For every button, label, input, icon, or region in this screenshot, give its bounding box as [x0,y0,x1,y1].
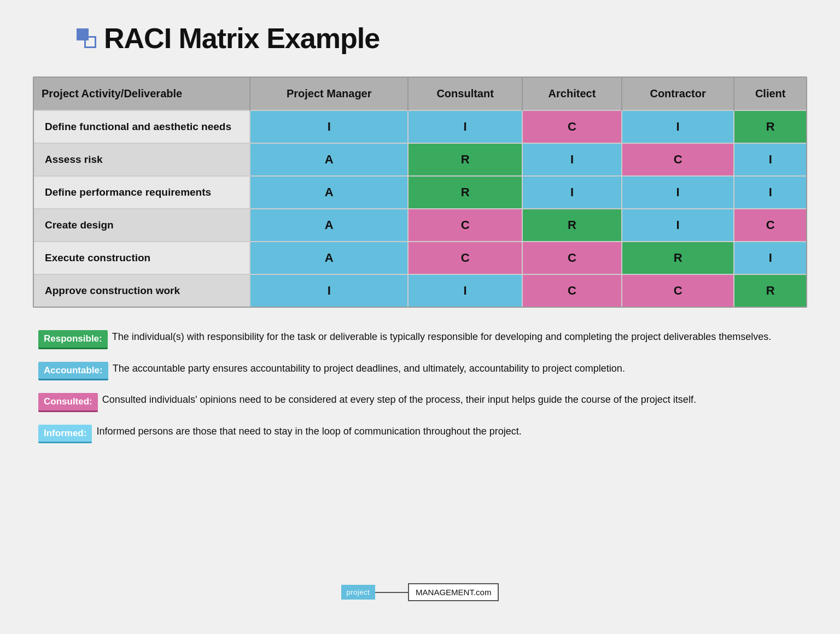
col-header-client: Client [734,78,806,110]
table-row: Define performance requirementsARIII [34,176,806,209]
raci-cell: I [734,143,806,176]
raci-table-container: Project Activity/Deliverable Project Man… [33,77,807,308]
col-header-activity: Project Activity/Deliverable [34,78,250,110]
footer: project MANAGEMENT.com [341,583,499,601]
raci-cell: A [250,242,408,274]
raci-cell: I [622,110,734,143]
footer-part1: project [341,585,376,600]
title-icon [77,28,96,48]
table-header-row: Project Activity/Deliverable Project Man… [34,78,806,110]
raci-cell: A [250,176,408,209]
legend-item: Informed:Informed persons are those that… [38,424,802,444]
raci-cell: R [522,209,622,242]
legend-badge: Consulted: [38,393,98,412]
raci-cell: I [734,242,806,274]
legend-badge: Accountable: [38,362,108,381]
table-row: Execute constructionACCRI [34,242,806,274]
table-row: Approve construction workIICCR [34,274,806,307]
footer-management: MANAGEMENT.com [416,588,491,597]
col-header-architect: Architect [522,78,622,110]
legend-text: Informed persons are those that need to … [96,424,802,439]
raci-cell: A [250,209,408,242]
legend-text: Consulted individuals' opinions need to … [102,392,802,407]
legend-badge: Informed: [38,425,92,444]
raci-cell: C [622,274,734,307]
activity-cell: Create design [34,209,250,242]
col-header-consultant: Consultant [408,78,522,110]
legend-section: Responsible:The individual(s) with respo… [33,330,807,443]
raci-cell: C [408,242,522,274]
raci-cell: I [250,274,408,307]
raci-cell: I [408,274,522,307]
raci-cell: I [622,176,734,209]
raci-cell: C [522,274,622,307]
table-row: Define functional and aesthetic needsIIC… [34,110,806,143]
raci-cell: R [734,274,806,307]
raci-cell: A [250,143,408,176]
raci-cell: R [734,110,806,143]
activity-cell: Define functional and aesthetic needs [34,110,250,143]
col-header-pm: Project Manager [250,78,408,110]
raci-cell: C [622,143,734,176]
col-header-contractor: Contractor [622,78,734,110]
raci-cell: I [250,110,408,143]
page-title: RACI Matrix Example [104,22,380,55]
legend-text: The individual(s) with responsibility fo… [112,330,802,344]
raci-cell: I [622,209,734,242]
page-title-wrapper: RACI Matrix Example [33,22,380,55]
activity-cell: Execute construction [34,242,250,274]
activity-cell: Assess risk [34,143,250,176]
legend-item: Accountable:The accountable party ensure… [38,361,802,381]
raci-cell: C [408,209,522,242]
raci-table: Project Activity/Deliverable Project Man… [34,78,806,307]
raci-cell: R [622,242,734,274]
raci-cell: C [522,110,622,143]
legend-item: Responsible:The individual(s) with respo… [38,330,802,349]
activity-cell: Define performance requirements [34,176,250,209]
raci-cell: I [522,176,622,209]
legend-text: The accountable party ensures accountabi… [113,361,802,376]
raci-cell: C [522,242,622,274]
raci-cell: I [734,176,806,209]
legend-badge: Responsible: [38,330,108,349]
raci-cell: I [408,110,522,143]
raci-cell: I [522,143,622,176]
footer-part2: MANAGEMENT.com [408,583,499,601]
legend-item: Consulted:Consulted individuals' opinion… [38,392,802,412]
table-row: Create designACRIC [34,209,806,242]
activity-cell: Approve construction work [34,274,250,307]
footer-line [375,592,408,593]
raci-cell: R [408,176,522,209]
raci-cell: C [734,209,806,242]
table-row: Assess riskARICI [34,143,806,176]
raci-cell: R [408,143,522,176]
